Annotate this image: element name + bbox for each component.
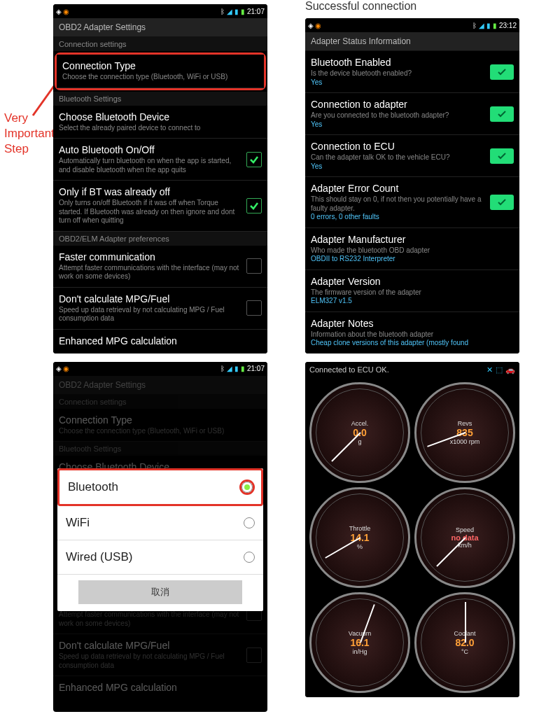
dialog-option-wifi[interactable]: WiFi [57, 506, 263, 540]
screen-title: OBD2 Adapter Settings [53, 376, 267, 395]
radio-unselected[interactable] [244, 517, 255, 528]
gauge-coolant[interactable]: Coolant82.0°C [414, 592, 515, 693]
gauge-accel[interactable]: Accel.0.0g [309, 382, 410, 483]
checkbox-unchecked[interactable] [246, 258, 262, 274]
checkbox-unchecked[interactable] [246, 300, 262, 316]
gauge-revs[interactable]: Revs835x1000 rpm [414, 382, 515, 483]
dialog-cancel-button[interactable]: 取消 [78, 580, 242, 604]
section-elm: OBD2/ELM Adapter preferences [53, 232, 267, 246]
section-bluetooth: Bluetooth Settings [53, 92, 267, 106]
gauge-status-bar: Connected to ECU OK. ✕ ⬚ 🚗 [305, 362, 519, 378]
status-bar: ◈◉ ᛒ◢▮▮21:07 [53, 362, 267, 376]
status-bar: ◈ ◉ ᛒ ◢ ▮ ▮ 21:07 [53, 4, 267, 18]
row-mpg[interactable]: Don't calculate MPG/Fuel Speed up data r… [53, 288, 267, 330]
car-icon[interactable]: 🚗 [505, 365, 515, 374]
screen-title: OBD2 Adapter Settings [53, 18, 267, 37]
row-version[interactable]: Adapter VersionThe firmware version of t… [305, 270, 519, 312]
ok-badge [490, 64, 514, 80]
gauge-vacuum[interactable]: Vacuum16.1in/Hg [309, 592, 410, 693]
row-connection-type[interactable]: Connection Type Choose the connection ty… [57, 55, 264, 88]
row-bt-enabled[interactable]: Bluetooth EnabledIs the device bluetooth… [305, 51, 519, 93]
ok-badge [490, 195, 514, 210]
row-notes[interactable]: Adapter NotesInformation about the bluet… [305, 312, 519, 354]
radio-selected[interactable] [241, 482, 253, 493]
gauge-speed[interactable]: Speedno datakm/h [414, 487, 515, 588]
radio-unselected[interactable] [244, 552, 255, 563]
phone-gauges: Connected to ECU OK. ✕ ⬚ 🚗 Accel.0.0g Re… [305, 362, 519, 697]
home-icon: ◈ [56, 8, 62, 15]
satellite-icon[interactable]: ✕ [486, 365, 493, 374]
share-icon[interactable]: ⬚ [496, 365, 503, 374]
screen-title: Adapter Status Information [305, 32, 519, 51]
connection-type-dialog: Bluetooth WiFi Wired (USB) 取消 [57, 468, 263, 611]
bluetooth-icon: ᛒ [220, 8, 225, 15]
row-conn-ecu[interactable]: Connection to ECUCan the adapter talk OK… [305, 135, 519, 177]
row-manufacturer[interactable]: Adapter ManufacturerWho made the bluetoo… [305, 228, 519, 270]
gauge-grid: Accel.0.0g Revs835x1000 rpm Throttle14.1… [305, 378, 519, 697]
gauge-throttle[interactable]: Throttle14.1% [309, 487, 410, 588]
section-connection: Connection settings [53, 37, 267, 51]
phone-settings-2: ◈◉ ᛒ◢▮▮21:07 OBD2 Adapter Settings Conne… [53, 362, 267, 712]
row-error-count[interactable]: Adapter Error CountThis should stay on 0… [305, 177, 519, 228]
ok-badge [490, 106, 514, 122]
ok-badge [490, 148, 514, 164]
status-bar: ◈◉ ᛒ◢▮▮23:12 [305, 18, 519, 32]
row-only-if-off[interactable]: Only if BT was already off Only turns on… [53, 181, 267, 232]
row-conn-adapter[interactable]: Connection to adapterAre you connected t… [305, 93, 519, 135]
row-faster-comm[interactable]: Faster communication Attempt faster comm… [53, 246, 267, 288]
signal-icon: ▮ [234, 8, 239, 15]
dialog-option-bluetooth[interactable]: Bluetooth [57, 468, 263, 506]
row-enhanced-mpg[interactable]: Enhanced MPG calculation [53, 330, 267, 354]
phone-settings-1: ◈ ◉ ᛒ ◢ ▮ ▮ 21:07 OBD2 Adapter Settings … [53, 4, 267, 354]
torque-icon: ◉ [63, 8, 69, 15]
row-choose-device[interactable]: Choose Bluetooth Device Select the alrea… [53, 106, 267, 139]
battery-icon: ▮ [241, 8, 245, 15]
successful-connection-label: Successful connection [305, 0, 416, 13]
phone-adapter-status: ◈◉ ᛒ◢▮▮23:12 Adapter Status Information … [305, 18, 519, 354]
dialog-option-wired[interactable]: Wired (USB) [57, 540, 263, 575]
clock: 21:07 [247, 8, 265, 15]
checkbox-checked[interactable] [246, 198, 262, 214]
checkbox-checked[interactable] [246, 152, 262, 167]
row-auto-bt[interactable]: Auto Bluetooth On/Off Automatically turn… [53, 139, 267, 181]
wifi-icon: ◢ [227, 8, 232, 15]
